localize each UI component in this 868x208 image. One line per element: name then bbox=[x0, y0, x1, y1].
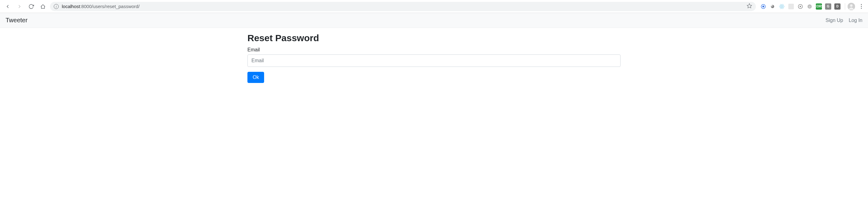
reload-button[interactable] bbox=[27, 2, 36, 11]
extension-icons: u CORS G D bbox=[758, 3, 842, 9]
svg-marker-0 bbox=[747, 4, 752, 8]
brand-logo[interactable]: Tweeter bbox=[6, 17, 28, 24]
address-bar[interactable]: i localhost:8000/users/reset_password/ bbox=[50, 2, 756, 11]
toolbar-divider bbox=[845, 3, 845, 9]
svg-point-4 bbox=[771, 5, 773, 6]
extension-icon-6[interactable]: u bbox=[807, 3, 813, 9]
extension-icon-4[interactable] bbox=[788, 3, 794, 9]
extension-icon-d[interactable]: D bbox=[834, 3, 840, 9]
svg-point-8 bbox=[781, 6, 782, 7]
grammarly-extension-icon[interactable]: G bbox=[825, 3, 831, 9]
nav-links: Sign Up Log In bbox=[826, 18, 862, 23]
extension-icon-5[interactable] bbox=[797, 3, 803, 9]
browser-menu-button[interactable] bbox=[858, 4, 865, 9]
extension-icon-2[interactable] bbox=[770, 3, 776, 9]
profile-avatar[interactable] bbox=[847, 3, 855, 10]
back-button[interactable] bbox=[3, 2, 12, 11]
home-button[interactable] bbox=[38, 2, 48, 11]
signup-link[interactable]: Sign Up bbox=[826, 18, 843, 23]
cors-extension-icon[interactable]: CORS bbox=[816, 3, 822, 9]
page-title: Reset Password bbox=[247, 33, 621, 43]
forward-button bbox=[15, 2, 24, 11]
site-info-icon[interactable]: i bbox=[54, 4, 59, 9]
svg-text:u: u bbox=[809, 5, 810, 8]
email-field[interactable] bbox=[247, 54, 621, 67]
app-navbar: Tweeter Sign Up Log In bbox=[0, 13, 868, 28]
svg-point-2 bbox=[762, 5, 764, 7]
svg-point-3 bbox=[771, 5, 774, 8]
email-form-group: Email bbox=[247, 47, 621, 67]
browser-toolbar: i localhost:8000/users/reset_password/ u… bbox=[0, 0, 868, 13]
bookmark-star-icon[interactable] bbox=[747, 3, 752, 9]
url-text: localhost:8000/users/reset_password/ bbox=[62, 4, 744, 9]
svg-point-13 bbox=[850, 4, 852, 7]
login-link[interactable]: Log In bbox=[849, 18, 862, 23]
email-label: Email bbox=[247, 47, 621, 53]
extension-icon-1[interactable] bbox=[760, 3, 766, 9]
main-content: Reset Password Email Ok bbox=[243, 28, 625, 88]
submit-button[interactable]: Ok bbox=[247, 72, 264, 83]
react-devtools-icon[interactable] bbox=[779, 3, 785, 9]
